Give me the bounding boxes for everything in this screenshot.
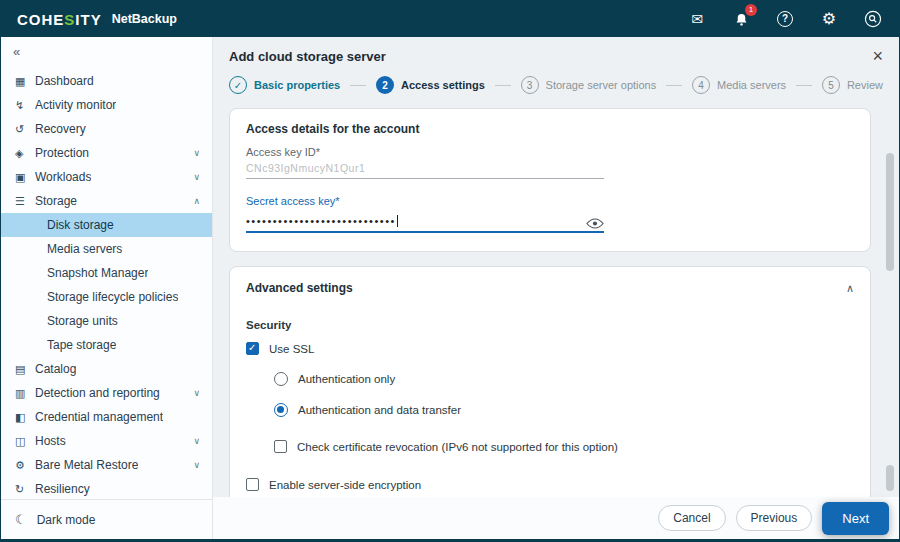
- sidebar-item-disk-storage[interactable]: Disk storage: [1, 213, 212, 237]
- show-password-icon[interactable]: [586, 218, 604, 229]
- scrollbar-thumb[interactable]: [886, 153, 894, 271]
- scrollbar-down-button[interactable]: [886, 465, 894, 491]
- main-panel: Add cloud storage server × ✓ Basic prope…: [213, 37, 899, 539]
- sidebar-item-detection-and-reporting[interactable]: ▥Detection and reporting∨: [1, 381, 212, 405]
- protection-icon: ◈: [15, 147, 35, 160]
- sidebar-item-dashboard[interactable]: ▦Dashboard: [1, 69, 212, 93]
- catalog-icon: ▤: [15, 363, 35, 376]
- sidebar-item-credential-management[interactable]: ◧Credential management: [1, 405, 212, 429]
- step-label: Storage server options: [546, 79, 657, 91]
- workloads-icon: ▣: [15, 171, 35, 184]
- search-icon[interactable]: [863, 9, 883, 29]
- page-title: Add cloud storage server: [229, 49, 386, 64]
- sidebar-item-hosts[interactable]: ◫Hosts∨: [1, 429, 212, 453]
- step-label: Media servers: [717, 79, 786, 91]
- authentication-only-label: Authentication only: [298, 373, 395, 385]
- sidebar-item-storage-lifecycle-policies[interactable]: Storage lifecycle policies: [1, 285, 212, 309]
- authentication-only-radio[interactable]: [274, 372, 288, 386]
- wizard-footer: Cancel Previous Next: [213, 497, 899, 539]
- sidebar-item-label: Media servers: [47, 242, 122, 256]
- sidebar-item-storage[interactable]: ☰Storage∧: [1, 189, 212, 213]
- step-media-servers[interactable]: 4 Media servers: [692, 76, 786, 94]
- storage-icon: ☰: [15, 195, 35, 208]
- sidebar-item-tape-storage[interactable]: Tape storage: [1, 333, 212, 357]
- vertical-scrollbar[interactable]: [885, 149, 895, 491]
- dark-mode-label: Dark mode: [37, 513, 96, 527]
- step-access-settings[interactable]: 2 Access settings: [376, 76, 485, 94]
- sidebar: « ▦Dashboard ↯Activity monitor ↺Recovery…: [1, 37, 213, 539]
- use-ssl-row: Use SSL: [230, 333, 870, 363]
- mail-glyph: ✉: [691, 12, 703, 26]
- use-ssl-checkbox[interactable]: [246, 342, 259, 355]
- sidebar-item-recovery[interactable]: ↺Recovery: [1, 117, 212, 141]
- step-number: 2: [376, 76, 394, 94]
- top-bar: COHESITY NetBackup ✉ 1 ? ⚙: [1, 1, 899, 37]
- enable-server-side-encryption-checkbox[interactable]: [246, 478, 259, 491]
- step-basic-properties[interactable]: ✓ Basic properties: [229, 76, 340, 94]
- authentication-and-data-transfer-radio[interactable]: [274, 403, 288, 417]
- step-number: 5: [822, 76, 840, 94]
- sidebar-item-label: Snapshot Manager: [47, 266, 148, 280]
- check-certificate-revocation-label: Check certificate revocation (IPv6 not s…: [297, 441, 618, 453]
- sidebar-item-label: Bare Metal Restore: [35, 458, 138, 472]
- moon-icon: ☾: [15, 512, 27, 527]
- secret-key-input[interactable]: ••••••••••••••••••••••••••••: [246, 211, 604, 233]
- sidebar-item-activity-monitor[interactable]: ↯Activity monitor: [1, 93, 212, 117]
- previous-button[interactable]: Previous: [736, 505, 813, 531]
- dark-mode-toggle[interactable]: ☾ Dark mode: [1, 499, 212, 539]
- sidebar-collapse-button[interactable]: «: [13, 44, 20, 59]
- resiliency-icon: ↻: [15, 483, 35, 496]
- access-card-title: Access details for the account: [246, 122, 854, 136]
- access-key-input[interactable]: CNc93IgNmucyN1Qur1: [246, 162, 604, 179]
- close-icon[interactable]: ×: [872, 49, 883, 63]
- step-number: 4: [692, 76, 710, 94]
- dashboard-icon: ▦: [15, 75, 35, 88]
- sidebar-item-label: Protection: [35, 146, 89, 160]
- chevron-down-icon: ∨: [193, 148, 200, 158]
- eye-icon: [586, 218, 604, 229]
- sidebar-item-label: Tape storage: [47, 338, 116, 352]
- sidebar-item-workloads[interactable]: ▣Workloads∨: [1, 165, 212, 189]
- messages-icon[interactable]: ✉: [687, 9, 707, 29]
- collapse-section-icon[interactable]: ∧: [846, 282, 854, 295]
- sidebar-item-storage-units[interactable]: Storage units: [1, 309, 212, 333]
- sidebar-item-label: Storage lifecycle policies: [47, 290, 178, 304]
- sidebar-item-bare-metal-restore[interactable]: ⚙Bare Metal Restore∨: [1, 453, 212, 477]
- sidebar-item-label: Credential management: [35, 410, 163, 424]
- sidebar-item-snapshot-manager[interactable]: Snapshot Manager: [1, 261, 212, 285]
- server-side-encryption-row: Enable server-side encryption: [230, 469, 870, 497]
- logo-text-end: ITY: [75, 11, 101, 28]
- cancel-button[interactable]: Cancel: [658, 505, 725, 531]
- auth-only-row: Authentication only: [230, 363, 870, 394]
- check-certificate-revocation-checkbox[interactable]: [274, 440, 287, 453]
- wizard-stepper: ✓ Basic properties 2 Access settings 3 S…: [213, 70, 899, 104]
- product-name: NetBackup: [112, 12, 177, 26]
- settings-icon[interactable]: ⚙: [819, 9, 839, 29]
- question-glyph: ?: [777, 11, 793, 27]
- sidebar-item-media-servers[interactable]: Media servers: [1, 237, 212, 261]
- access-details-card: Access details for the account Access ke…: [229, 108, 871, 252]
- sidebar-item-label: Resiliency: [35, 482, 90, 496]
- logo-text: COHE: [17, 11, 64, 28]
- access-key-value: CNc93IgNmucyN1Qur1: [246, 162, 604, 174]
- sidebar-item-protection[interactable]: ◈Protection∨: [1, 141, 212, 165]
- help-icon[interactable]: ?: [775, 9, 795, 29]
- sidebar-item-resiliency[interactable]: ↻Resiliency: [1, 477, 212, 499]
- cert-revocation-row: Check certificate revocation (IPv6 not s…: [230, 431, 870, 461]
- next-button[interactable]: Next: [822, 502, 889, 535]
- authentication-and-data-transfer-label: Authentication and data transfer: [298, 404, 461, 416]
- gear-glyph: ⚙: [822, 11, 836, 27]
- notification-badge: 1: [745, 4, 757, 16]
- step-number: 3: [521, 76, 539, 94]
- sidebar-item-label: Disk storage: [47, 218, 114, 232]
- search-glyph: [864, 10, 882, 28]
- chevron-down-icon: ∨: [193, 172, 200, 182]
- step-storage-server-options[interactable]: 3 Storage server options: [521, 76, 657, 94]
- sidebar-nav: ▦Dashboard ↯Activity monitor ↺Recovery ◈…: [1, 65, 212, 499]
- sidebar-item-catalog[interactable]: ▤Catalog: [1, 357, 212, 381]
- step-label: Access settings: [401, 79, 485, 91]
- step-review[interactable]: 5 Review: [822, 76, 883, 94]
- notifications-icon[interactable]: 1: [731, 9, 751, 29]
- step-label: Basic properties: [254, 79, 340, 91]
- topbar-icons: ✉ 1 ? ⚙: [687, 9, 883, 29]
